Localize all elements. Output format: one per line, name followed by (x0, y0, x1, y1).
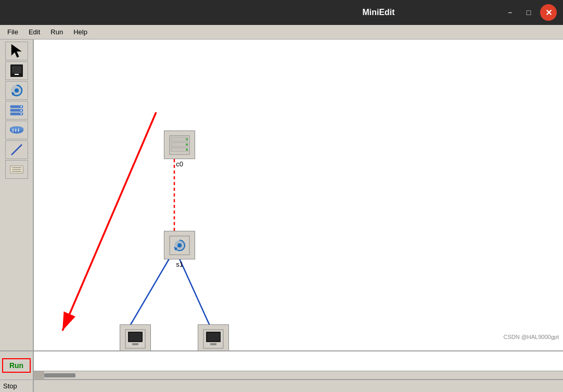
c0-icon (164, 130, 195, 159)
legacy-router-tool[interactable] (5, 160, 28, 179)
run-section: Run (0, 351, 34, 380)
canvas-area[interactable]: c0 s1 (34, 40, 563, 350)
maximize-button[interactable]: □ (521, 5, 536, 20)
h1-icon (120, 324, 151, 350)
svg-rect-31 (171, 148, 188, 152)
window-controls: − □ ✕ (503, 4, 557, 21)
svg-rect-46 (207, 333, 220, 341)
h2-icon (198, 324, 229, 350)
svg-point-12 (20, 113, 22, 115)
watermark: CSDN @HAL9000gpt (503, 334, 559, 340)
s1-label: s1 (176, 260, 183, 268)
svg-rect-30 (171, 142, 188, 147)
svg-line-25 (180, 259, 210, 325)
horizontal-scrollbar[interactable] (34, 371, 563, 379)
node-h2[interactable]: h2 (193, 324, 234, 350)
bottom-bar: Run (0, 350, 563, 380)
menu-bar: File Edit Run Help (0, 25, 563, 40)
c0-label: c0 (176, 160, 183, 168)
svg-rect-47 (210, 343, 216, 345)
menu-help[interactable]: Help (68, 27, 93, 37)
svg-point-38 (177, 243, 182, 247)
controller-tool[interactable] (5, 101, 28, 120)
svg-point-10 (20, 106, 22, 108)
svg-rect-41 (129, 333, 142, 341)
app-title: MiniEdit (254, 8, 503, 17)
minimize-button[interactable]: − (503, 5, 517, 20)
network-switch-tool[interactable] (5, 121, 28, 139)
menu-edit[interactable]: Edit (23, 27, 45, 37)
svg-rect-2 (12, 66, 21, 73)
host-tool[interactable] (5, 61, 28, 80)
svg-point-14 (9, 126, 23, 131)
close-button[interactable]: ✕ (540, 4, 557, 21)
svg-line-18 (11, 145, 22, 155)
node-s1[interactable]: s1 (159, 231, 200, 268)
svg-line-27 (62, 112, 156, 331)
status-scroll[interactable] (34, 380, 563, 392)
svg-point-34 (186, 149, 188, 151)
svg-marker-0 (11, 45, 20, 57)
run-button[interactable]: Run (2, 358, 31, 373)
svg-rect-42 (132, 343, 138, 345)
node-c0[interactable]: c0 (159, 130, 200, 168)
svg-rect-48 (34, 371, 44, 380)
svg-point-6 (15, 88, 19, 93)
sidebar (0, 40, 34, 350)
menu-file[interactable]: File (2, 27, 23, 37)
svg-rect-49 (44, 373, 75, 377)
stop-label: Stop (0, 380, 34, 392)
svg-point-11 (20, 110, 22, 111)
main-area: c0 s1 (0, 40, 563, 350)
svg-rect-29 (171, 137, 188, 141)
menu-run[interactable]: Run (45, 27, 68, 37)
cursor-tool[interactable] (5, 42, 28, 60)
node-h1[interactable]: h1 (114, 324, 156, 350)
connections-svg (34, 40, 563, 350)
bottom-status (34, 351, 563, 380)
title-bar: MiniEdit − □ ✕ (0, 0, 563, 25)
svg-point-33 (186, 143, 188, 146)
s1-icon (164, 231, 195, 259)
svg-line-24 (130, 259, 169, 325)
annotation-arrow (34, 40, 563, 350)
link-tool[interactable] (5, 140, 28, 159)
svg-point-32 (186, 138, 188, 140)
switch-tool[interactable] (5, 81, 28, 100)
status-bar: Stop (0, 380, 563, 392)
